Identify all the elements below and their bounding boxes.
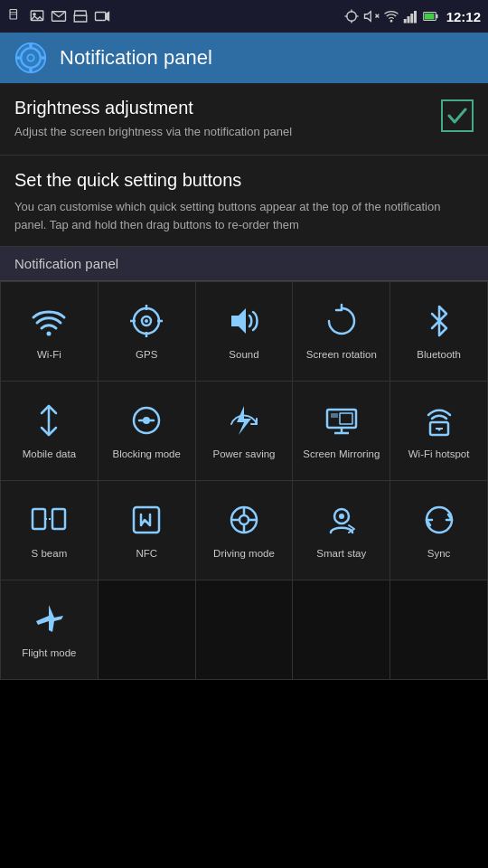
svg-rect-16 (403, 19, 406, 24)
quick-settings-grid: Wi-Fi GPS Sound Screen rotation (0, 281, 488, 680)
svg-point-38 (145, 319, 148, 323)
gps-icon (127, 301, 166, 341)
grid-item-nfc[interactable]: NFC (99, 481, 196, 580)
screen-rotation-label: Screen rotation (306, 348, 377, 362)
screen-mirroring-label: Screen Mirroring (303, 448, 380, 461)
s-beam-icon (29, 500, 69, 540)
power-saving-label: Power saving (212, 448, 275, 461)
svg-point-4 (33, 14, 35, 15)
flight-icon (29, 599, 69, 639)
grid-item-empty-1 (99, 580, 196, 680)
svg-point-15 (390, 21, 392, 23)
svg-point-31 (47, 332, 52, 336)
grid-item-screen-mirroring[interactable]: Screen Mirroring (293, 382, 390, 481)
grid-item-driving-mode[interactable]: Driving mode (196, 481, 294, 580)
svg-point-8 (346, 12, 356, 22)
svg-rect-53 (33, 509, 45, 529)
svg-rect-45 (327, 410, 356, 428)
grid-item-power-saving[interactable]: Power saving (196, 382, 294, 481)
sync-icon (419, 500, 459, 540)
grid-item-flight-mode[interactable]: Flight mode (1, 580, 99, 680)
brightness-text: Brightness adjustment Adjust the screen … (14, 98, 292, 140)
wifi-hotspot-icon (419, 401, 459, 440)
sync-label: Sync (427, 547, 451, 561)
wifi-icon (29, 301, 69, 341)
grid-item-blocking-mode[interactable]: Blocking mode (99, 382, 196, 481)
status-bar: 12:12 (0, 0, 488, 33)
brightness-checkbox[interactable] (441, 99, 474, 132)
svg-rect-46 (331, 413, 338, 418)
quick-settings-desc: You can customise which quick setting bu… (14, 198, 474, 233)
file-icon (7, 8, 23, 24)
image-icon (29, 8, 45, 24)
s-beam-label: S beam (32, 547, 68, 561)
settings-gear-icon (14, 42, 47, 74)
shop-icon (72, 8, 89, 24)
video-icon (94, 8, 110, 24)
svg-rect-19 (414, 11, 417, 24)
notification-panel-label: Notification panel (0, 247, 488, 281)
svg-rect-17 (407, 16, 409, 24)
svg-point-64 (339, 514, 344, 519)
rotation-icon (322, 301, 361, 341)
grid-item-sound[interactable]: Sound (196, 282, 294, 382)
svg-rect-47 (340, 413, 352, 424)
svg-rect-18 (410, 14, 413, 24)
wifi-hotspot-label: Wi-Fi hotspot (408, 448, 470, 461)
status-icons-left (7, 8, 110, 24)
sound-icon (224, 301, 264, 341)
blocking-icon (127, 401, 166, 440)
grid-item-sync[interactable]: Sync (390, 481, 488, 580)
smart-stay-label: Smart stay (316, 547, 366, 561)
bluetooth-label: Bluetooth (417, 348, 461, 362)
grid-item-empty-2 (196, 580, 294, 680)
wifi-label: Wi-Fi (37, 348, 61, 362)
status-icons-right: 12:12 (343, 8, 481, 24)
mute-icon (363, 8, 380, 24)
time-display: 12:12 (446, 9, 481, 24)
grid-item-empty-3 (293, 580, 390, 680)
nfc-icon (127, 500, 166, 540)
mobile-data-label: Mobile data (23, 448, 76, 461)
grid-item-screen-rotation[interactable]: Screen rotation (293, 282, 390, 382)
driving-icon (224, 500, 264, 540)
quick-settings-title: Set the quick setting buttons (14, 170, 474, 191)
power-saving-icon (224, 401, 264, 440)
svg-rect-56 (134, 507, 159, 533)
target-icon (343, 8, 360, 24)
svg-rect-30 (42, 56, 46, 60)
svg-point-52 (437, 429, 440, 431)
brightness-section[interactable]: Brightness adjustment Adjust the screen … (0, 83, 488, 156)
grid-item-empty-4 (390, 580, 488, 680)
svg-rect-22 (425, 14, 435, 20)
svg-marker-7 (106, 13, 109, 21)
gps-label: GPS (136, 348, 157, 362)
grid-item-mobile-data[interactable]: Mobile data (1, 382, 99, 481)
nfc-label: NFC (136, 547, 157, 561)
page-title: Notification panel (60, 46, 212, 70)
mail-icon (51, 8, 67, 24)
blocking-mode-label: Blocking mode (112, 448, 180, 461)
svg-point-58 (239, 515, 249, 524)
quick-settings-section: Set the quick setting buttons You can cu… (0, 156, 488, 247)
svg-rect-21 (436, 14, 437, 19)
signal-icon (403, 8, 419, 24)
grid-item-smart-stay[interactable]: Smart stay (293, 481, 390, 580)
smart-stay-icon (322, 500, 361, 540)
checkmark-icon (446, 104, 469, 127)
brightness-desc: Adjust the screen brightness via the not… (14, 124, 292, 140)
svg-rect-6 (96, 13, 106, 21)
grid-item-gps[interactable]: GPS (99, 282, 196, 382)
screen-mirroring-icon (322, 401, 361, 440)
bluetooth-icon (419, 301, 459, 341)
grid-item-s-beam[interactable]: S beam (1, 481, 99, 580)
grid-item-wifi-hotspot[interactable]: Wi-Fi hotspot (390, 382, 488, 481)
flight-mode-label: Flight mode (22, 646, 76, 660)
grid-item-wifi[interactable]: Wi-Fi (1, 282, 99, 382)
svg-point-26 (28, 55, 33, 60)
svg-marker-39 (231, 308, 246, 334)
page-header: Notification panel (0, 33, 488, 83)
grid-item-bluetooth[interactable]: Bluetooth (390, 282, 488, 382)
mobile-data-icon (29, 401, 69, 440)
svg-rect-54 (52, 509, 65, 529)
